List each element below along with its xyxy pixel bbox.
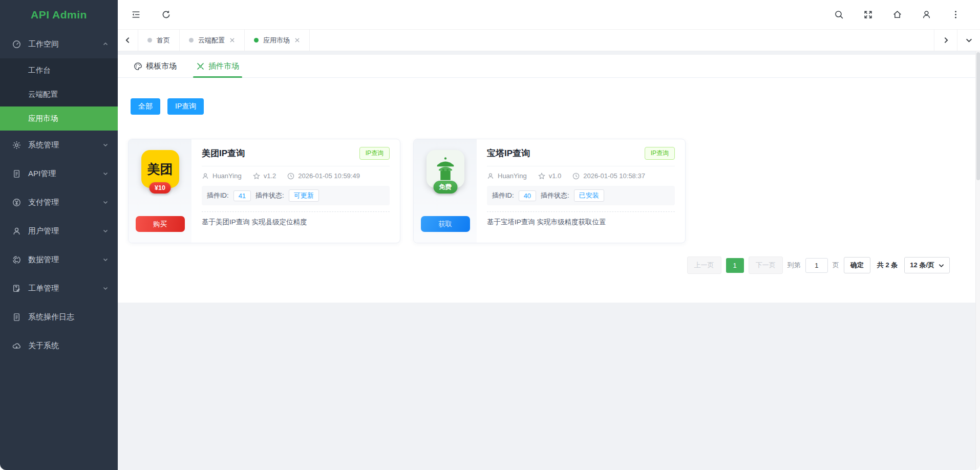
sidebar-item-system-logs[interactable]: 系统操作日志 xyxy=(0,303,118,331)
plugin-status-label: 插件状态: xyxy=(541,191,569,200)
about-icon xyxy=(12,341,21,350)
plugin-info-bar: 插件ID: 40 插件状态: 已安装 xyxy=(487,186,675,205)
get-button[interactable]: 获取 xyxy=(421,216,470,232)
nav-tab-cloud-config[interactable]: 云端配置 xyxy=(180,30,245,51)
time-clock-icon xyxy=(287,173,294,180)
sidebar-item-label: 支付管理 xyxy=(28,198,102,207)
close-icon[interactable] xyxy=(229,37,235,43)
search-icon[interactable] xyxy=(834,10,844,19)
log-icon xyxy=(12,313,21,322)
baota-logo: 免费 xyxy=(427,150,464,188)
nav-tab-app-market[interactable]: 应用市场 xyxy=(245,30,310,51)
dashed-divider xyxy=(487,211,675,212)
sub-item-label: 工作台 xyxy=(28,66,51,75)
confirm-jump-button[interactable]: 确定 xyxy=(844,257,870,273)
version-text: v1.0 xyxy=(549,172,562,180)
dashed-divider xyxy=(202,211,390,212)
top-toolbar xyxy=(118,0,980,30)
next-page-button[interactable]: 下一页 xyxy=(749,257,783,274)
close-icon[interactable] xyxy=(294,37,300,43)
refresh-icon[interactable] xyxy=(161,10,171,19)
nav-tab-label: 首页 xyxy=(157,36,170,45)
sidebar-item-label: 工作空间 xyxy=(28,39,102,49)
version-star-icon xyxy=(538,173,545,180)
filter-ip-query-button[interactable]: IP查询 xyxy=(167,98,204,115)
plugin-id-label: 插件ID: xyxy=(492,191,514,200)
sidebar-item-about[interactable]: 关于系统 xyxy=(0,331,118,360)
content-background: 模板市场 插件市场 全部 IP查询 xyxy=(118,51,980,470)
tabs-scroll-left-button[interactable] xyxy=(118,30,138,51)
prev-page-button[interactable]: 上一页 xyxy=(687,257,721,274)
plugin-meta-row: HuanYing v1.2 2026-01-05 10: xyxy=(202,172,390,180)
market-panel: 模板市场 插件市场 全部 IP查询 xyxy=(118,55,975,303)
tabs-menu-button[interactable] xyxy=(957,30,980,51)
sidebar-item-payment-mgmt[interactable]: 支付管理 xyxy=(0,188,118,217)
sidebar-item-label: 用户管理 xyxy=(28,226,102,236)
market-tabs: 模板市场 插件市场 xyxy=(118,55,975,78)
pagination-bar: 上一页 1 下一页 到第 页 确定 共 2 条 12 条/页 xyxy=(118,257,975,274)
sidebar-item-data-mgmt[interactable]: 数据管理 xyxy=(0,245,118,274)
filter-bar: 全部 IP查询 xyxy=(131,98,975,115)
sidebar-item-label: 工单管理 xyxy=(28,284,102,293)
app-window: API Admin 工作空间 工作台 云端配置 应用市场 xyxy=(0,0,980,470)
page-1-button[interactable]: 1 xyxy=(726,258,744,273)
chevron-down-icon xyxy=(102,170,109,177)
plugin-id-value: 40 xyxy=(519,190,536,201)
gear-icon xyxy=(12,141,21,149)
buy-button[interactable]: 购买 xyxy=(136,216,185,232)
sub-item-label: 云端配置 xyxy=(28,90,58,99)
chevron-up-icon xyxy=(102,41,109,47)
plugin-id-label: 插件ID: xyxy=(207,191,229,200)
chevron-down-icon xyxy=(102,228,109,234)
plugin-icon xyxy=(196,62,205,71)
author-name: HuanYing xyxy=(498,172,527,180)
price-badge: ¥10 xyxy=(149,182,171,194)
tab-template-market[interactable]: 模板市场 xyxy=(131,55,180,77)
page-size-value: 12 条/页 xyxy=(910,261,934,270)
pagoda-icon xyxy=(432,156,459,182)
free-badge: 免费 xyxy=(433,181,457,194)
scrollbar[interactable] xyxy=(975,51,980,470)
tab-dot-active xyxy=(254,38,259,42)
tab-plugin-market[interactable]: 插件市场 xyxy=(193,55,242,77)
plugin-title: 美团IP查询 xyxy=(202,147,245,159)
tab-dot xyxy=(147,38,152,42)
divider xyxy=(487,166,675,166)
sidebar-item-workbench[interactable]: 工作台 xyxy=(0,58,118,82)
chevron-down-icon xyxy=(102,142,109,148)
sidebar-item-cloud-config[interactable]: 云端配置 xyxy=(0,82,118,106)
card-left-section: 美团 ¥10 购买 xyxy=(129,139,191,243)
scrollbar-thumb[interactable] xyxy=(976,52,980,180)
more-icon[interactable] xyxy=(951,10,961,19)
user-icon[interactable] xyxy=(922,10,931,19)
dashboard-icon xyxy=(12,40,21,49)
meituan-logo: 美团 ¥10 xyxy=(141,150,179,188)
updated-time: 2026-01-05 10:59:49 xyxy=(298,172,360,180)
nav-tab-label: 应用市场 xyxy=(263,36,290,45)
menu-fold-icon[interactable] xyxy=(131,10,141,19)
palette-icon xyxy=(134,62,142,71)
plugin-status-label: 插件状态: xyxy=(255,191,284,200)
sidebar-item-system-mgmt[interactable]: 系统管理 xyxy=(0,131,118,159)
sidebar: API Admin 工作空间 工作台 云端配置 应用市场 xyxy=(0,0,118,470)
sidebar-item-app-market[interactable]: 应用市场 xyxy=(0,106,118,131)
collapse-chevron-icon xyxy=(966,37,972,44)
filter-all-button[interactable]: 全部 xyxy=(131,98,160,115)
fullscreen-icon[interactable] xyxy=(863,10,873,19)
sidebar-item-user-mgmt[interactable]: 用户管理 xyxy=(0,217,118,245)
database-icon xyxy=(12,255,21,264)
nav-tab-home[interactable]: 首页 xyxy=(138,30,180,51)
card-body: 宝塔IP查询 IP查询 HuanYing xyxy=(477,139,685,243)
sidebar-item-ticket-mgmt[interactable]: 工单管理 xyxy=(0,274,118,303)
tabs-scroll-right-button[interactable] xyxy=(934,30,957,51)
page-size-select[interactable]: 12 条/页 xyxy=(904,257,950,273)
jump-suffix-label: 页 xyxy=(833,261,839,270)
chevron-down-icon xyxy=(102,285,109,291)
sidebar-item-api-mgmt[interactable]: API管理 xyxy=(0,159,118,188)
plugin-status-value[interactable]: 可更新 xyxy=(289,189,319,202)
home-icon[interactable] xyxy=(892,10,902,19)
sidebar-item-workspace[interactable]: 工作空间 xyxy=(0,30,118,58)
plugin-status-value[interactable]: 已安装 xyxy=(574,189,604,202)
plugin-title: 宝塔IP查询 xyxy=(487,147,530,159)
jump-page-input[interactable] xyxy=(805,258,828,273)
